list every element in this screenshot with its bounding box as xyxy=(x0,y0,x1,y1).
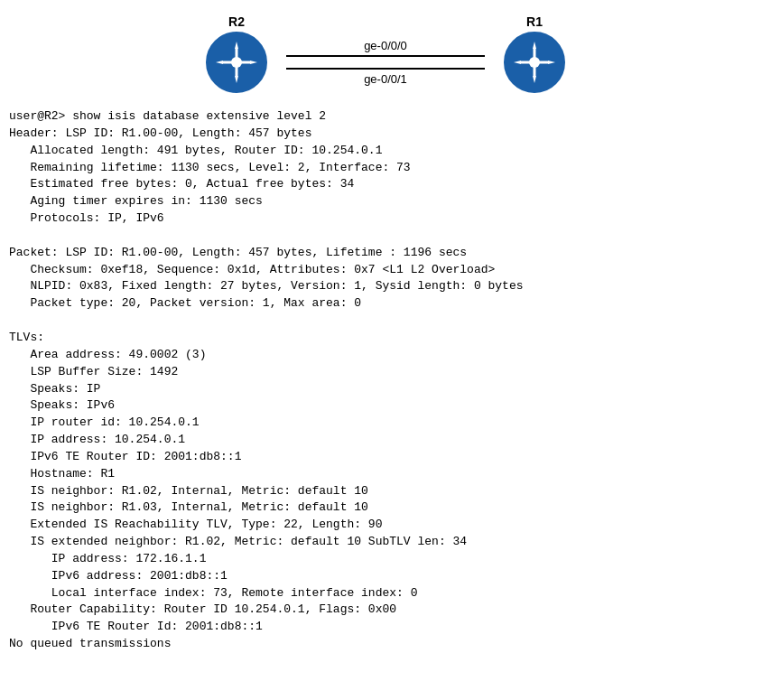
router-r1-label: R1 xyxy=(526,14,543,29)
link-bottom-label: ge-0/0/1 xyxy=(364,72,407,86)
link-top-label: ge-0/0/0 xyxy=(364,39,407,52)
svg-point-9 xyxy=(231,57,242,68)
router-r2-icon xyxy=(205,31,268,94)
router-r2-label: R2 xyxy=(228,14,245,29)
network-diagram: R2 ge-0/0/0 xyxy=(9,9,762,99)
router-r1-icon xyxy=(503,31,566,94)
terminal-output: user@R2> show isis database extensive le… xyxy=(9,108,762,653)
svg-point-19 xyxy=(529,57,540,68)
